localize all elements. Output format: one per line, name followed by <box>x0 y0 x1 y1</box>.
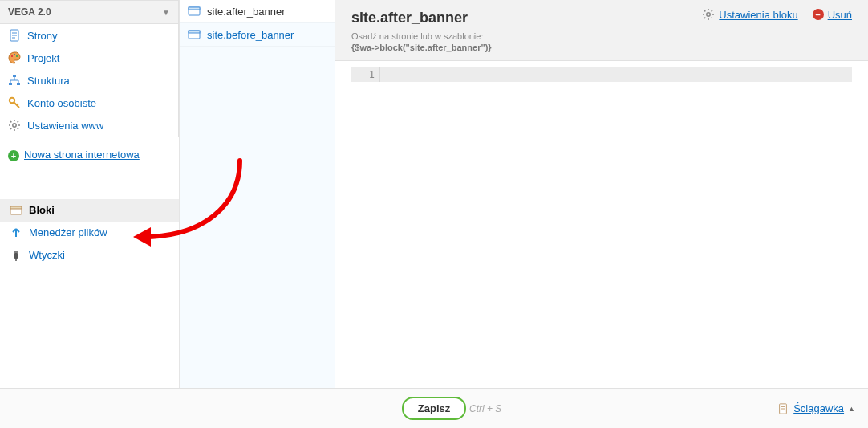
block-list: site.after_banner site.before_banner <box>180 0 335 388</box>
page-icon <box>8 29 21 42</box>
upload-icon <box>10 226 22 239</box>
settings-label: Ustawienia bloku <box>719 9 797 21</box>
svg-rect-13 <box>10 206 22 209</box>
nav-label: Projekt <box>27 52 59 64</box>
code-editor[interactable]: 1 <box>335 61 868 388</box>
key-icon <box>8 96 21 109</box>
site-name: VEGA 2.0 <box>8 6 51 18</box>
nav-label: Konto osobiste <box>27 97 96 109</box>
block-row-after[interactable]: site.after_banner <box>180 0 335 23</box>
nav-item-ustawienia[interactable]: Ustawienia www <box>0 114 178 137</box>
nav-item-projekt[interactable]: Projekt <box>0 47 178 69</box>
main-header: site.after_banner Osadź na stronie lub w… <box>335 0 868 61</box>
palette-icon <box>8 51 21 64</box>
gear-icon <box>8 119 21 132</box>
save-button[interactable]: Zapisz <box>402 397 466 420</box>
embed-hint: Osadź na stronie lub w szablonie: <box>351 31 852 41</box>
block-label: site.after_banner <box>207 6 286 18</box>
block-icon <box>10 204 22 217</box>
nav-label: Menedżer plików <box>29 226 107 238</box>
block-row-before[interactable]: site.before_banner <box>180 23 335 47</box>
svg-rect-14 <box>14 253 18 259</box>
svg-point-5 <box>14 54 15 55</box>
nav-item-wtyczki[interactable]: Wtyczki <box>0 244 179 267</box>
chevron-up-icon: ▲ <box>848 405 855 413</box>
new-page-label: Nowa strona internetowa <box>24 149 140 162</box>
delete-label: Usuń <box>828 9 852 21</box>
svg-point-4 <box>11 55 13 57</box>
block-delete-link[interactable]: – Usuń <box>813 9 852 21</box>
svg-rect-7 <box>13 75 16 77</box>
tree-icon <box>8 74 21 87</box>
page-icon <box>777 402 789 415</box>
sidebar: VEGA 2.0 ▼ Strony Projekt Struktura <box>0 0 180 388</box>
nav-label: Ustawienia www <box>27 120 103 132</box>
svg-point-23 <box>707 13 710 16</box>
block-icon <box>188 5 201 18</box>
svg-point-10 <box>10 98 14 103</box>
plug-icon <box>10 249 22 262</box>
site-selector[interactable]: VEGA 2.0 ▼ <box>0 0 179 24</box>
nav-item-strony[interactable]: Strony <box>0 24 178 47</box>
nav-secondary: + Nowa strona internetowa <box>0 137 179 162</box>
code-content[interactable] <box>380 67 852 82</box>
footer-bar: Zapisz Ctrl + S Ściągawka ▲ <box>0 388 868 428</box>
block-label: site.before_banner <box>207 29 294 41</box>
svg-point-6 <box>16 55 18 57</box>
nav-item-konto[interactable]: Konto osobiste <box>0 92 178 114</box>
nav-item-struktura[interactable]: Struktura <box>0 69 178 92</box>
svg-rect-19 <box>189 7 200 10</box>
block-icon <box>188 28 201 41</box>
shortcut-hint: Ctrl + S <box>469 403 501 414</box>
svg-rect-8 <box>9 83 12 85</box>
line-number: 1 <box>351 67 380 82</box>
cheatsheet-link[interactable]: Ściągawka ▲ <box>777 402 855 415</box>
editor-line: 1 <box>351 67 852 82</box>
minus-icon: – <box>813 9 824 20</box>
nav-label: Wtyczki <box>29 249 65 261</box>
main-panel: site.after_banner Osadź na stronie lub w… <box>335 0 868 388</box>
chevron-down-icon: ▼ <box>162 8 170 17</box>
svg-rect-21 <box>189 31 200 33</box>
nav-label: Struktura <box>27 75 70 87</box>
new-page-link[interactable]: + Nowa strona internetowa <box>8 149 171 162</box>
nav-label: Bloki <box>29 204 55 216</box>
nav-primary: Strony Projekt Struktura Konto osobiste <box>0 24 179 137</box>
nav-tools: Bloki Menedżer plików Wtyczki <box>0 199 179 267</box>
svg-point-11 <box>13 124 16 127</box>
plus-icon: + <box>8 150 19 161</box>
cheatsheet-label: Ściągawka <box>793 402 844 414</box>
svg-rect-9 <box>17 83 20 85</box>
gear-icon <box>702 8 715 21</box>
header-actions: Ustawienia bloku – Usuń <box>702 8 852 21</box>
embed-code: {$wa->block("site.after_banner")} <box>351 43 852 52</box>
block-settings-link[interactable]: Ustawienia bloku <box>702 8 797 21</box>
nav-item-menedzer[interactable]: Menedżer plików <box>0 222 179 244</box>
nav-label: Strony <box>27 30 58 42</box>
nav-item-bloki[interactable]: Bloki <box>0 199 179 222</box>
